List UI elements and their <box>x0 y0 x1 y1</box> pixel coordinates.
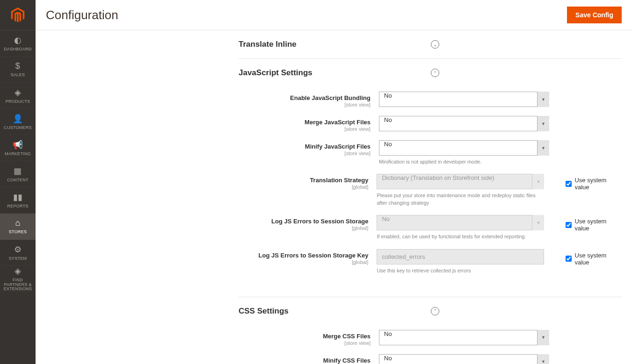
sidebar-label: PRODUCTS <box>4 100 32 104</box>
field-minify-css: Minify CSS Files[store view] No▼Minifica… <box>239 354 622 364</box>
select-translation-strategy: Dictionary (Translation on Storefront si… <box>377 174 544 189</box>
sidebar-item-sales[interactable]: $SALES <box>0 57 36 83</box>
partners-icon: ◈ <box>15 266 21 276</box>
sidebar-item-customers[interactable]: 👤CUSTOMERS <box>0 109 36 135</box>
field-label: Enable JavaScript Bundling <box>290 94 370 101</box>
field-label: Log JS Errors to Session Storage <box>271 218 368 225</box>
content-icon: ▦ <box>14 166 22 176</box>
section-header-javascript-settings[interactable]: JavaScript Settings ⌃ <box>239 59 622 87</box>
system-icon: ⚙ <box>14 244 22 255</box>
field-note: Minification is not applied in developer… <box>379 158 549 165</box>
field-log-js-errors-key: Log JS Errors to Session Storage Key[glo… <box>239 249 622 274</box>
sidebar-label: REPORTS <box>6 204 29 209</box>
field-scope: [global] <box>239 259 368 265</box>
sidebar-label: CUSTOMERS <box>2 126 33 130</box>
select-merge-css[interactable]: No <box>379 330 549 345</box>
field-label: Translation Strategy <box>310 177 368 184</box>
field-label: Minify JavaScript Files <box>305 143 370 150</box>
field-note: Please put your store into maintenance m… <box>377 192 544 207</box>
select-minify-css[interactable]: No <box>379 354 549 364</box>
section-header-translate-inline[interactable]: Translate Inline ⌄ <box>239 30 622 58</box>
field-label: Minify CSS Files <box>323 357 370 364</box>
sidebar-item-partners[interactable]: ◈FIND PARTNERS & EXTENSIONS <box>0 266 36 292</box>
use-system-label: Use system value <box>574 252 622 266</box>
sidebar-item-dashboard[interactable]: ◐DASHBOARD <box>0 30 36 57</box>
section-header-css-settings[interactable]: CSS Settings ⌃ <box>239 297 622 325</box>
sales-icon: $ <box>15 61 20 71</box>
sidebar-item-reports[interactable]: ▮▮REPORTS <box>0 187 36 214</box>
select-merge-js[interactable]: No <box>379 116 549 131</box>
dashboard-icon: ◐ <box>14 35 22 45</box>
stores-icon: ⌂ <box>15 218 20 228</box>
field-merge-js: Merge JavaScript Files[store view] No▼ <box>239 116 622 132</box>
page-title: Configuration <box>46 8 118 22</box>
sidebar-item-stores[interactable]: ⌂STORES <box>0 214 36 240</box>
select-minify-js[interactable]: No <box>379 140 549 156</box>
field-enable-js-bundling: Enable JavaScript Bundling[store view] N… <box>239 92 622 107</box>
section-css-settings: CSS Settings ⌃ Merge CSS Files[store vie… <box>239 297 622 364</box>
field-label: Merge CSS Files <box>323 333 370 340</box>
sidebar-label: CONTENT <box>6 178 29 183</box>
field-label: Merge JavaScript Files <box>305 119 370 126</box>
sidebar-label: SYSTEM <box>7 257 29 261</box>
field-minify-js: Minify JavaScript Files[store view] No▼M… <box>239 140 622 165</box>
sidebar-label: DASHBOARD <box>2 47 33 52</box>
customers-icon: 👤 <box>13 114 23 124</box>
field-scope: [store view] <box>239 340 370 346</box>
field-scope: [store view] <box>239 150 370 156</box>
field-log-js-errors: Log JS Errors to Session Storage[global]… <box>239 215 622 240</box>
sidebar-item-system[interactable]: ⚙SYSTEM <box>0 240 36 266</box>
collapse-icon: ⌃ <box>431 307 439 315</box>
section-title: JavaScript Settings <box>239 68 312 78</box>
magento-logo[interactable] <box>0 0 36 30</box>
select-enable-js-bundling[interactable]: No <box>379 92 549 107</box>
sidebar-label: FIND PARTNERS & EXTENSIONS <box>0 278 36 292</box>
use-system-label: Use system value <box>574 177 622 191</box>
section-title: CSS Settings <box>239 307 289 316</box>
page-header: Configuration Save Config <box>36 0 632 30</box>
sidebar-item-marketing[interactable]: 📢MARKETING <box>0 135 36 161</box>
use-system-label: Use system value <box>574 218 622 232</box>
field-scope: [global] <box>239 225 368 231</box>
reports-icon: ▮▮ <box>13 192 23 202</box>
sidebar-label: SALES <box>9 73 26 78</box>
section-translate-inline: Translate Inline ⌄ <box>239 30 622 59</box>
section-javascript-settings: JavaScript Settings ⌃ Enable JavaScript … <box>239 59 622 297</box>
checkbox-use-system-log-errors[interactable] <box>566 222 572 228</box>
field-scope: [store view] <box>239 126 370 132</box>
admin-sidebar: ◐DASHBOARD $SALES ◈PRODUCTS 👤CUSTOMERS 📢… <box>0 0 36 364</box>
save-config-button[interactable]: Save Config <box>567 7 622 23</box>
field-scope: [store view] <box>239 102 370 107</box>
input-log-js-errors-key <box>377 249 544 264</box>
field-note: Use this key to retrieve collected js er… <box>377 267 544 274</box>
field-note: If enabled, can be used by functional te… <box>377 233 544 240</box>
marketing-icon: 📢 <box>13 140 23 150</box>
field-translation-strategy: Translation Strategy[global] Dictionary … <box>239 174 622 207</box>
field-merge-css: Merge CSS Files[store view] No▼ <box>239 330 622 346</box>
select-log-js-errors: No <box>377 215 544 230</box>
collapse-icon: ⌃ <box>431 69 439 77</box>
expand-icon: ⌄ <box>431 40 439 49</box>
sidebar-item-products[interactable]: ◈PRODUCTS <box>0 83 36 109</box>
field-scope: [global] <box>239 184 368 190</box>
field-label: Log JS Errors to Session Storage Key <box>259 252 369 259</box>
sidebar-item-content[interactable]: ▦CONTENT <box>0 161 36 187</box>
checkbox-use-system-log-errors-key[interactable] <box>566 256 572 262</box>
sidebar-label: MARKETING <box>3 152 32 157</box>
magento-logo-icon <box>10 7 25 22</box>
section-title: Translate Inline <box>239 40 297 49</box>
products-icon: ◈ <box>15 87 21 98</box>
sidebar-label: STORES <box>7 230 28 235</box>
checkbox-use-system-translation-strategy[interactable] <box>566 181 572 187</box>
